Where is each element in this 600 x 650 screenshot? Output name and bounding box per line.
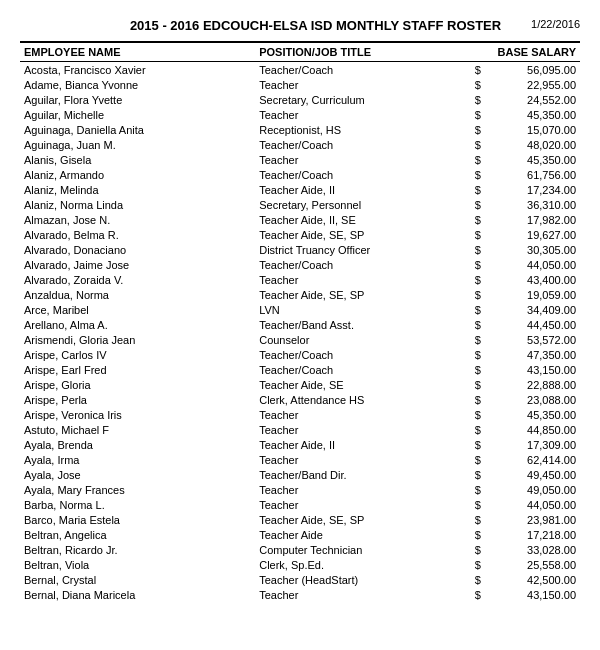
employee-name: Alvarado, Belma R. <box>20 227 255 242</box>
dollar-sign: $ <box>468 62 485 78</box>
base-salary: 48,020.00 <box>485 137 580 152</box>
job-title: Teacher/Coach <box>255 347 468 362</box>
base-salary: 23,981.00 <box>485 512 580 527</box>
dollar-sign: $ <box>468 347 485 362</box>
employee-name: Aguilar, Michelle <box>20 107 255 122</box>
table-row: Adame, Bianca YvonneTeacher$22,955.00 <box>20 77 580 92</box>
job-title: Teacher <box>255 587 468 602</box>
table-row: Anzaldua, NormaTeacher Aide, SE, SP$19,0… <box>20 287 580 302</box>
job-title: Teacher Aide, II <box>255 182 468 197</box>
base-salary: 43,150.00 <box>485 587 580 602</box>
employee-name: Beltran, Viola <box>20 557 255 572</box>
base-salary: 56,095.00 <box>485 62 580 78</box>
employee-name: Ayala, Irma <box>20 452 255 467</box>
job-title: Teacher/Coach <box>255 362 468 377</box>
job-title: Teacher Aide <box>255 527 468 542</box>
employee-name: Acosta, Francisco Xavier <box>20 62 255 78</box>
table-row: Beltran, ViolaClerk, Sp.Ed.$25,558.00 <box>20 557 580 572</box>
dollar-sign: $ <box>468 182 485 197</box>
job-title: Teacher <box>255 482 468 497</box>
base-salary: 44,050.00 <box>485 497 580 512</box>
job-title: Teacher <box>255 77 468 92</box>
base-salary: 25,558.00 <box>485 557 580 572</box>
employee-name: Anzaldua, Norma <box>20 287 255 302</box>
dollar-sign: $ <box>468 587 485 602</box>
dollar-sign: $ <box>468 377 485 392</box>
job-title: Teacher <box>255 497 468 512</box>
employee-name: Alvarado, Jaime Jose <box>20 257 255 272</box>
base-salary: 44,450.00 <box>485 317 580 332</box>
base-salary: 23,088.00 <box>485 392 580 407</box>
base-salary: 42,500.00 <box>485 572 580 587</box>
employee-name: Arispe, Perla <box>20 392 255 407</box>
dollar-sign: $ <box>468 167 485 182</box>
employee-name: Almazan, Jose N. <box>20 212 255 227</box>
dollar-sign: $ <box>468 122 485 137</box>
employee-name: Arispe, Gloria <box>20 377 255 392</box>
job-title: Teacher Aide, SE <box>255 377 468 392</box>
dollar-sign: $ <box>468 212 485 227</box>
base-salary: 45,350.00 <box>485 107 580 122</box>
employee-name: Astuto, Michael F <box>20 422 255 437</box>
employee-name: Aguinaga, Daniella Anita <box>20 122 255 137</box>
col-header-title: POSITION/JOB TITLE <box>255 42 468 62</box>
job-title: Clerk, Attendance HS <box>255 392 468 407</box>
dollar-sign: $ <box>468 92 485 107</box>
base-salary: 17,218.00 <box>485 527 580 542</box>
employee-name: Arispe, Earl Fred <box>20 362 255 377</box>
job-title: Teacher <box>255 407 468 422</box>
employee-name: Arispe, Veronica Iris <box>20 407 255 422</box>
table-row: Bernal, Diana MaricelaTeacher$43,150.00 <box>20 587 580 602</box>
dollar-sign: $ <box>468 257 485 272</box>
dollar-sign: $ <box>468 437 485 452</box>
table-row: Ayala, JoseTeacher/Band Dir.$49,450.00 <box>20 467 580 482</box>
dollar-sign: $ <box>468 497 485 512</box>
dollar-sign: $ <box>468 557 485 572</box>
employee-name: Ayala, Jose <box>20 467 255 482</box>
job-title: District Truancy Officer <box>255 242 468 257</box>
base-salary: 30,305.00 <box>485 242 580 257</box>
dollar-sign: $ <box>468 572 485 587</box>
base-salary: 44,050.00 <box>485 257 580 272</box>
job-title: Teacher <box>255 272 468 287</box>
table-row: Alanis, GiselaTeacher$45,350.00 <box>20 152 580 167</box>
employee-name: Alaniz, Armando <box>20 167 255 182</box>
job-title: Teacher/Coach <box>255 167 468 182</box>
base-salary: 17,309.00 <box>485 437 580 452</box>
employee-name: Ayala, Brenda <box>20 437 255 452</box>
table-row: Ayala, IrmaTeacher$62,414.00 <box>20 452 580 467</box>
dollar-sign: $ <box>468 452 485 467</box>
table-row: Arispe, Veronica IrisTeacher$45,350.00 <box>20 407 580 422</box>
job-title: Teacher <box>255 152 468 167</box>
employee-name: Aguilar, Flora Yvette <box>20 92 255 107</box>
employee-name: Arce, Maribel <box>20 302 255 317</box>
col-header-dollar-spacer <box>468 42 485 62</box>
dollar-sign: $ <box>468 107 485 122</box>
table-row: Barco, Maria EstelaTeacher Aide, SE, SP$… <box>20 512 580 527</box>
table-row: Astuto, Michael FTeacher$44,850.00 <box>20 422 580 437</box>
base-salary: 22,888.00 <box>485 377 580 392</box>
base-salary: 43,150.00 <box>485 362 580 377</box>
base-salary: 15,070.00 <box>485 122 580 137</box>
employee-name: Arismendi, Gloria Jean <box>20 332 255 347</box>
dollar-sign: $ <box>468 407 485 422</box>
base-salary: 17,234.00 <box>485 182 580 197</box>
base-salary: 53,572.00 <box>485 332 580 347</box>
dollar-sign: $ <box>468 512 485 527</box>
table-row: Alaniz, Norma LindaSecretary, Personnel$… <box>20 197 580 212</box>
base-salary: 49,450.00 <box>485 467 580 482</box>
job-title: Teacher Aide, II, SE <box>255 212 468 227</box>
job-title: Teacher Aide, II <box>255 437 468 452</box>
base-salary: 19,627.00 <box>485 227 580 242</box>
table-row: Alvarado, Belma R.Teacher Aide, SE, SP$1… <box>20 227 580 242</box>
table-row: Beltran, Ricardo Jr.Computer Technician$… <box>20 542 580 557</box>
dollar-sign: $ <box>468 227 485 242</box>
employee-name: Aguinaga, Juan M. <box>20 137 255 152</box>
employee-name: Arispe, Carlos IV <box>20 347 255 362</box>
table-row: Alvarado, Jaime JoseTeacher/Coach$44,050… <box>20 257 580 272</box>
dollar-sign: $ <box>468 542 485 557</box>
dollar-sign: $ <box>468 527 485 542</box>
page-title: 2015 - 2016 EDCOUCH-ELSA ISD MONTHLY STA… <box>100 18 531 33</box>
job-title: LVN <box>255 302 468 317</box>
table-row: Barba, Norma L.Teacher$44,050.00 <box>20 497 580 512</box>
